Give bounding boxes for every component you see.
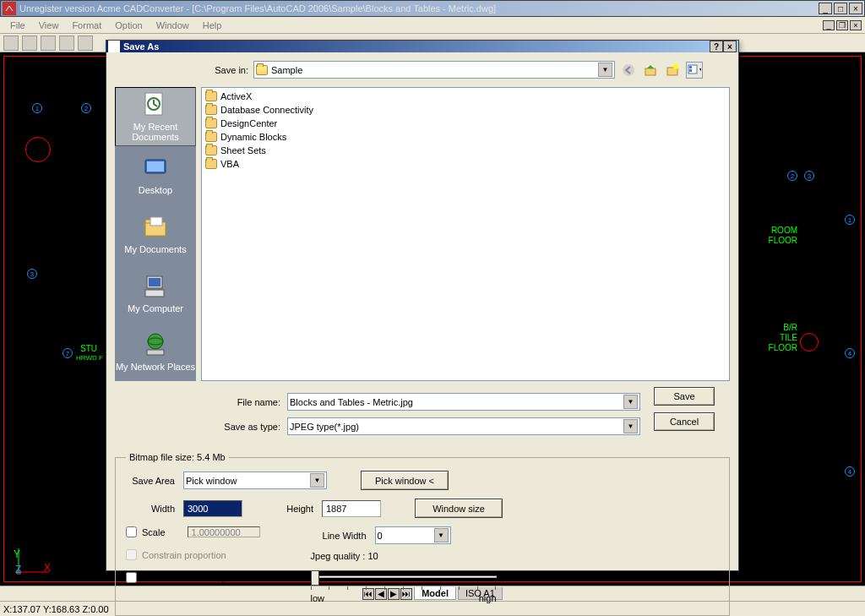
cad-label-floor2: FLOOR bbox=[769, 343, 797, 352]
bitmap-options-group: Bitmap file size: 5.4 Mb Save Area Pick … bbox=[115, 452, 730, 616]
filename-label: File name: bbox=[206, 397, 280, 407]
tool-save-icon[interactable] bbox=[22, 35, 37, 51]
tool-print-icon[interactable] bbox=[41, 35, 56, 51]
menu-view[interactable]: View bbox=[32, 19, 66, 32]
constrain-checkbox: Constrain proportion bbox=[126, 549, 260, 560]
savearea-combo[interactable]: Pick window ▼ bbox=[183, 472, 327, 489]
place-network[interactable]: My Network Places bbox=[115, 322, 196, 381]
cad-num-3b: 3 bbox=[27, 269, 37, 279]
svg-rect-18 bbox=[150, 217, 162, 226]
cad-label-hrwd: HRWD F bbox=[76, 354, 103, 362]
linewidth-dropdown-button[interactable]: ▼ bbox=[434, 528, 449, 542]
menu-format[interactable]: Format bbox=[65, 19, 108, 32]
cad-label-stu: STU bbox=[80, 344, 97, 353]
include-mask-label: Include mask bitmap bbox=[142, 573, 227, 583]
slider-thumb[interactable] bbox=[311, 570, 319, 586]
view-menu-icon[interactable] bbox=[686, 62, 703, 79]
cancel-button[interactable]: Cancel bbox=[654, 412, 715, 431]
maximize-button[interactable]: □ bbox=[834, 3, 847, 14]
filename-dropdown-button[interactable]: ▼ bbox=[623, 395, 638, 409]
up-one-level-icon[interactable] bbox=[642, 62, 659, 79]
svg-point-22 bbox=[148, 334, 163, 349]
height-label: Height bbox=[280, 504, 313, 514]
list-item-label: Dynamic Blocks bbox=[220, 132, 286, 142]
savein-dropdown-button[interactable]: ▼ bbox=[598, 63, 612, 77]
window-size-button[interactable]: Window size bbox=[415, 499, 503, 518]
menu-option[interactable]: Option bbox=[108, 19, 149, 32]
folder-icon bbox=[205, 132, 217, 142]
axis-x-label: X bbox=[44, 562, 51, 574]
svg-rect-24 bbox=[147, 350, 164, 355]
svg-rect-14 bbox=[147, 161, 164, 172]
tool-copy-icon[interactable] bbox=[59, 35, 74, 51]
tool-open-icon[interactable] bbox=[3, 35, 19, 51]
place-desktop-label: Desktop bbox=[139, 185, 172, 195]
place-desktop[interactable]: Desktop bbox=[115, 146, 196, 205]
dialog-close-button[interactable]: × bbox=[723, 41, 737, 52]
menu-file[interactable]: File bbox=[3, 19, 32, 32]
linewidth-label: Line Width bbox=[311, 531, 367, 541]
new-folder-icon[interactable] bbox=[664, 62, 681, 79]
menu-window[interactable]: Window bbox=[150, 19, 196, 32]
width-input[interactable] bbox=[183, 500, 242, 517]
folder-icon bbox=[205, 105, 217, 115]
mdi-restore-button[interactable]: ❐ bbox=[836, 20, 848, 30]
linewidth-combo[interactable]: 0 ▼ bbox=[375, 526, 451, 544]
height-input[interactable] bbox=[322, 500, 381, 517]
place-recent[interactable]: My Recent Documents bbox=[115, 87, 196, 146]
list-item[interactable]: Sheet Sets bbox=[204, 144, 727, 157]
save-as-dialog: Save As ? × Save in: Sample ▼ My Rece bbox=[106, 40, 739, 571]
savearea-dropdown-button[interactable]: ▼ bbox=[310, 473, 324, 488]
saveastype-dropdown-button[interactable]: ▼ bbox=[623, 419, 638, 433]
recent-documents-icon bbox=[142, 91, 169, 118]
tool-more-icon[interactable] bbox=[78, 35, 93, 51]
save-button[interactable]: Save bbox=[654, 387, 715, 406]
savein-label: Save in: bbox=[206, 65, 248, 75]
place-mydocs[interactable]: My Documents bbox=[115, 204, 196, 264]
scale-checkbox-input[interactable] bbox=[126, 526, 137, 537]
list-item[interactable]: Dynamic Blocks bbox=[204, 130, 727, 144]
svg-rect-5 bbox=[645, 68, 656, 75]
svg-rect-21 bbox=[145, 290, 164, 297]
status-coords: X:137.07 Y:168.63 Z:0.00 bbox=[3, 604, 109, 614]
back-icon[interactable] bbox=[620, 62, 637, 79]
filename-combo[interactable]: Blocks and Tables - Metric.jpg ▼ bbox=[287, 393, 640, 411]
cad-num-1: 1 bbox=[32, 103, 42, 113]
savearea-label: Save Area bbox=[126, 476, 175, 486]
cad-label-tile: TILE bbox=[780, 333, 797, 342]
list-item[interactable]: ActiveX bbox=[204, 90, 727, 103]
dialog-title: Save As bbox=[122, 41, 710, 52]
saveastype-combo[interactable]: JPEG type(*.jpg) ▼ bbox=[287, 417, 640, 435]
my-computer-icon bbox=[142, 273, 169, 300]
include-mask-checkbox-input[interactable] bbox=[126, 572, 137, 583]
mdi-close-button[interactable]: × bbox=[850, 20, 862, 30]
savein-combo[interactable]: Sample ▼ bbox=[253, 61, 615, 79]
folder-icon bbox=[205, 91, 217, 101]
scale-checkbox[interactable]: Scale bbox=[126, 526, 260, 537]
savearea-value: Pick window bbox=[186, 476, 237, 486]
list-item[interactable]: DesignCenter bbox=[204, 117, 727, 130]
linewidth-value: 0 bbox=[378, 531, 383, 541]
jpeg-quality-slider[interactable] bbox=[311, 568, 497, 585]
filename-value: Blocks and Tables - Metric.jpg bbox=[290, 397, 413, 407]
dialog-app-icon bbox=[108, 41, 120, 52]
network-places-icon bbox=[142, 331, 169, 358]
mdi-minimize-button[interactable]: _ bbox=[823, 20, 835, 30]
list-item[interactable]: Database Connectivity bbox=[204, 103, 727, 117]
savein-value: Sample bbox=[271, 65, 302, 75]
dialog-help-button[interactable]: ? bbox=[710, 41, 723, 52]
minimize-button[interactable]: _ bbox=[819, 3, 832, 14]
file-listing[interactable]: ActiveX Database Connectivity DesignCent… bbox=[201, 87, 730, 381]
close-button[interactable]: × bbox=[849, 3, 862, 14]
saveastype-value: JPEG type(*.jpg) bbox=[290, 422, 359, 432]
places-bar: My Recent Documents Desktop My Documents… bbox=[115, 87, 196, 381]
menu-help[interactable]: Help bbox=[196, 19, 229, 32]
svg-rect-9 bbox=[689, 66, 692, 68]
folder-icon bbox=[205, 118, 217, 128]
list-item-label: DesignCenter bbox=[220, 118, 277, 128]
place-mycomputer[interactable]: My Computer bbox=[115, 264, 196, 323]
pick-window-button[interactable]: Pick window < bbox=[361, 471, 449, 490]
place-recent-label: My Recent Documents bbox=[116, 122, 195, 142]
list-item[interactable]: VBA bbox=[204, 157, 727, 171]
include-mask-checkbox[interactable]: Include mask bitmap bbox=[126, 572, 260, 583]
